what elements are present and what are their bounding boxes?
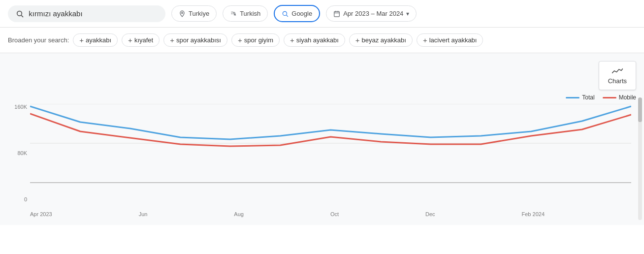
- x-label-jun: Jun: [139, 211, 148, 217]
- chip-label: beyaz ayakkabı: [362, 36, 406, 44]
- svg-rect-5: [334, 11, 340, 16]
- total-line-indicator: [566, 97, 580, 98]
- search-icon: [16, 9, 24, 18]
- search-input[interactable]: [29, 9, 158, 18]
- x-axis: Apr 2023 Jun Aug Oct Dec Feb 2024: [30, 203, 631, 217]
- broaden-chip-ayakkabi[interactable]: + ayakkabı: [73, 33, 118, 47]
- chip-label: siyah ayakkabı: [296, 36, 339, 44]
- y-label-bottom: 0: [8, 196, 30, 202]
- plus-icon: +: [238, 36, 242, 44]
- broaden-chip-lacivert-ayakkabi[interactable]: + lacivert ayakkabı: [417, 33, 483, 47]
- search-box[interactable]: [8, 5, 165, 22]
- x-label-feb: Feb 2024: [522, 211, 545, 217]
- y-axis: 160K 80K 0: [8, 104, 30, 202]
- broaden-bar: Broaden your search: + ayakkabı + kıyafe…: [0, 28, 644, 53]
- source-label: Google: [291, 10, 312, 17]
- charts-label: Charts: [608, 77, 627, 85]
- broaden-chip-beyaz-ayakkabi[interactable]: + beyaz ayakkabı: [349, 33, 413, 47]
- plus-icon: +: [355, 36, 360, 44]
- scrollbar-thumb[interactable]: [638, 97, 642, 122]
- chart-svg: [30, 104, 631, 202]
- plus-icon: +: [128, 36, 132, 44]
- plus-icon: +: [79, 36, 84, 44]
- x-label-dec: Dec: [425, 211, 435, 217]
- calendar-icon: [333, 10, 340, 17]
- x-label-oct: Oct: [330, 211, 339, 217]
- charts-button[interactable]: Charts: [599, 61, 636, 90]
- mobile-line-indicator: [603, 97, 616, 98]
- line-chart-icon: [612, 66, 623, 75]
- y-label-top: 160K: [8, 104, 30, 110]
- broaden-label: Broaden your search:: [8, 36, 69, 44]
- dropdown-arrow: ▾: [406, 10, 409, 17]
- plus-icon: +: [423, 36, 427, 44]
- location-label: Turkiye: [189, 10, 209, 17]
- x-label-apr: Apr 2023: [30, 211, 52, 217]
- chart-area: [30, 104, 631, 202]
- broaden-chip-kiyafet[interactable]: + kıyafet: [122, 33, 160, 47]
- svg-point-3: [283, 11, 287, 15]
- legend-total: Total: [566, 94, 594, 101]
- language-filter[interactable]: Turkish: [223, 5, 268, 22]
- y-label-mid: 80K: [8, 150, 30, 156]
- broaden-chip-spor-ayakkabisi[interactable]: + spor ayakkabısı: [163, 33, 227, 47]
- plus-icon: +: [170, 36, 174, 44]
- date-range-label: Apr 2023 – Mar 2024: [343, 10, 403, 17]
- mobile-legend-label: Mobile: [619, 94, 636, 101]
- plus-icon: +: [290, 36, 294, 44]
- legend-mobile: Mobile: [603, 94, 636, 101]
- location-filter[interactable]: Turkiye: [171, 5, 217, 22]
- chip-label: kıyafet: [134, 36, 153, 44]
- chart-section: Charts Total Mobile 160K 80K 0: [0, 53, 644, 225]
- chip-label: lacivert ayakkabı: [429, 36, 477, 44]
- source-icon: [282, 10, 289, 17]
- broaden-chip-spor-giyim[interactable]: + spor giyim: [231, 33, 280, 47]
- chart-container: 160K 80K 0: [8, 104, 636, 217]
- language-icon: [230, 10, 237, 17]
- svg-point-2: [182, 12, 183, 13]
- x-label-aug: Aug: [234, 211, 244, 217]
- top-bar: Turkiye Turkish Google Apr 2023 – Mar 20…: [0, 0, 644, 28]
- svg-line-1: [21, 15, 23, 17]
- chip-label: spor ayakkabısı: [176, 36, 221, 44]
- svg-line-4: [287, 15, 288, 16]
- chart-legend: Total Mobile: [566, 94, 636, 101]
- broaden-chip-siyah-ayakkabi[interactable]: + siyah ayakkabı: [284, 33, 345, 47]
- language-label: Turkish: [240, 10, 260, 17]
- total-legend-label: Total: [582, 94, 594, 101]
- source-filter[interactable]: Google: [274, 5, 320, 22]
- scrollbar[interactable]: [638, 93, 642, 215]
- svg-point-0: [17, 11, 22, 16]
- chip-label: spor giyim: [244, 36, 273, 44]
- location-icon: [179, 10, 186, 17]
- chip-label: ayakkabı: [86, 36, 111, 44]
- date-filter[interactable]: Apr 2023 – Mar 2024 ▾: [326, 5, 417, 22]
